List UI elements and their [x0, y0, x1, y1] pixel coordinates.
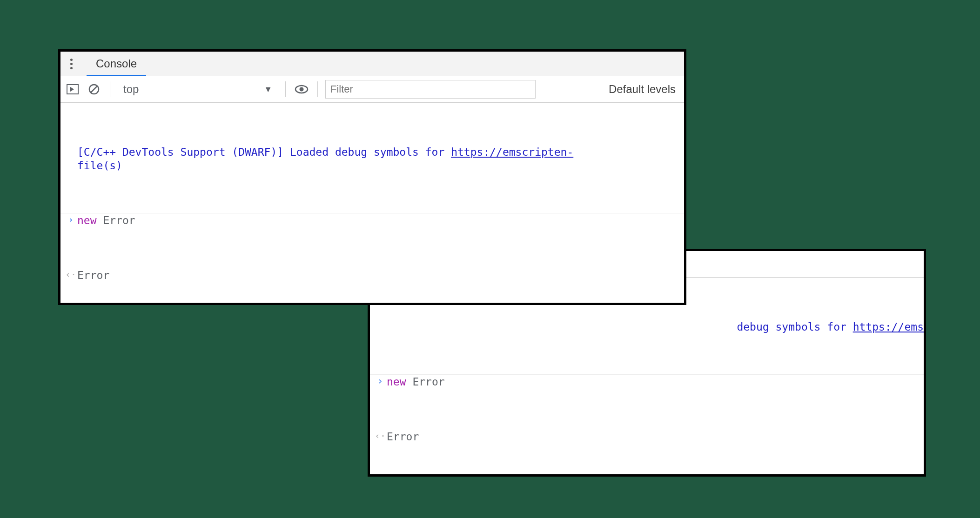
- console-input-row[interactable]: › new Error: [370, 374, 924, 389]
- levels-label: Default levels: [609, 83, 676, 96]
- filter-input[interactable]: [325, 80, 536, 99]
- message-content: debug symbols for https://ems: [737, 320, 924, 334]
- toolbar-divider: [317, 81, 318, 97]
- console-toolbar: top ▼ Default levels: [60, 76, 684, 103]
- console-output: debug symbols for https://ems › new Erro…: [370, 278, 924, 477]
- live-expression-icon[interactable]: [293, 81, 310, 98]
- result-error: Error: [387, 431, 419, 443]
- console-output: [C/C++ DevTools Support (DWARF)] Loaded …: [60, 103, 684, 305]
- console-result-row[interactable]: ‹· Error: [60, 268, 684, 283]
- sidebar-toggle-icon[interactable]: [64, 81, 81, 98]
- error-word: Error: [103, 214, 135, 226]
- log-levels-select[interactable]: Default levels: [609, 83, 680, 96]
- result-content: Error: [77, 269, 679, 282]
- input-content: new Error: [387, 375, 919, 389]
- chevron-down-icon: ▼: [264, 85, 272, 94]
- devtools-console-panel-before: Console top ▼ Default levels [C/C++ DevT…: [58, 49, 686, 305]
- tab-console[interactable]: Console: [87, 52, 146, 76]
- keyword-new: new: [77, 214, 97, 226]
- svg-line-3: [91, 86, 97, 93]
- info-link[interactable]: https://emscripten-: [451, 146, 573, 158]
- svg-marker-1: [70, 87, 74, 92]
- info-prefix: [C/C++ DevTools Support (DWARF)] Loaded …: [77, 146, 451, 158]
- tab-strip: Console: [60, 52, 684, 76]
- info-prefix: debug symbols for: [737, 321, 852, 333]
- info-link[interactable]: https://ems: [853, 321, 924, 333]
- console-input-row[interactable]: › new Error: [60, 213, 684, 228]
- context-label: top: [123, 83, 139, 96]
- error-word: Error: [412, 376, 444, 388]
- input-content: new Error: [77, 214, 679, 227]
- message-content: [C/C++ DevTools Support (DWARF)] Loaded …: [77, 146, 679, 173]
- console-result-row[interactable]: ‹· Error: [370, 429, 924, 444]
- clear-console-icon[interactable]: [86, 81, 102, 98]
- input-chevron-icon: ›: [64, 214, 77, 226]
- console-info-message: [C/C++ DevTools Support (DWARF)] Loaded …: [60, 145, 684, 173]
- tab-label: Console: [96, 57, 137, 70]
- result-error: Error: [77, 269, 109, 281]
- svg-point-5: [300, 87, 304, 92]
- input-chevron-icon: ›: [374, 375, 387, 387]
- result-content: Error: [387, 430, 919, 444]
- console-info-message-partial: debug symbols for https://ems: [370, 319, 924, 334]
- toolbar-divider: [110, 81, 110, 97]
- output-chevron-icon: ‹·: [374, 430, 387, 442]
- keyword-new: new: [387, 376, 406, 388]
- output-chevron-icon: ‹·: [64, 269, 77, 280]
- more-menu-icon[interactable]: [65, 55, 77, 72]
- info-suffix: file(s): [77, 159, 122, 172]
- toolbar-divider: [285, 81, 286, 97]
- execution-context-select[interactable]: top ▼: [118, 80, 278, 99]
